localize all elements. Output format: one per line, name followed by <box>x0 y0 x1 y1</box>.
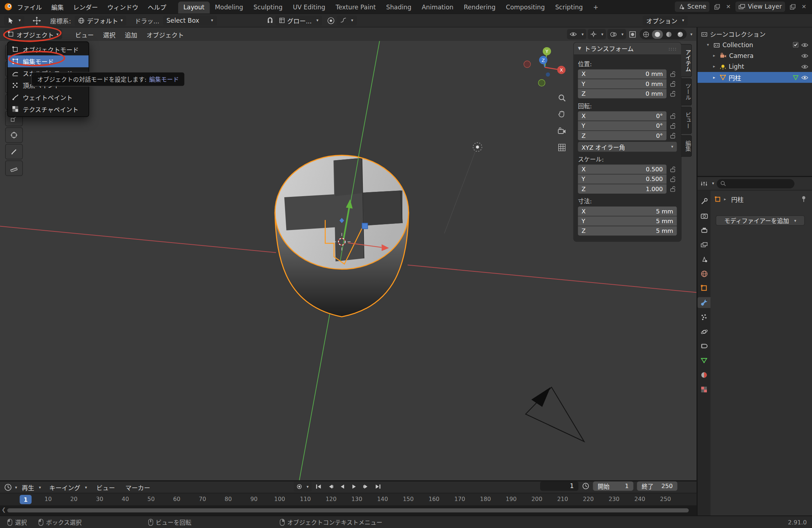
menu-item-edit-mode[interactable]: 編集モード <box>8 55 89 67</box>
keying-menu[interactable]: キーイング▾ <box>46 482 91 492</box>
tab-modifiers[interactable] <box>698 297 710 308</box>
sidebar-tab-tool[interactable]: ツール <box>681 78 692 105</box>
overlays-dropdown[interactable]: ▾ <box>608 29 626 40</box>
tab-tool[interactable] <box>698 196 710 207</box>
panel-grip-icon[interactable]: :::: <box>668 46 677 51</box>
scale-z-field[interactable]: Z1.000 <box>578 184 667 194</box>
move-tool-icon[interactable] <box>33 16 41 24</box>
expand-arrow-icon[interactable]: ▸ <box>713 53 717 58</box>
timeline-horizontal-scrollbar[interactable] <box>7 508 689 513</box>
menu-file[interactable]: ファイル <box>13 0 47 13</box>
rotation-z-field[interactable]: Z0° <box>578 131 667 140</box>
tab-physics[interactable] <box>698 326 710 337</box>
tab-render[interactable] <box>698 210 710 221</box>
blender-logo-icon[interactable] <box>4 3 13 11</box>
sidebar-tab-edit[interactable]: 編集 <box>681 135 692 157</box>
tab-world[interactable] <box>698 268 710 279</box>
workspace-tab-modeling[interactable]: Modeling <box>210 1 248 13</box>
workspace-tab-scripting[interactable]: Scripting <box>550 1 588 13</box>
properties-editor-chevron[interactable]: ▾ <box>712 181 714 186</box>
scroll-left-arrow[interactable]: ❮ <box>1 507 6 513</box>
properties-search-input[interactable] <box>717 179 794 188</box>
workspace-add-button[interactable]: + <box>588 1 604 13</box>
play-reverse-button[interactable] <box>337 482 348 491</box>
menu-item-object-mode[interactable]: オブジェクトモード <box>8 44 89 55</box>
tab-scene[interactable] <box>698 254 710 265</box>
eye-icon[interactable] <box>801 53 808 58</box>
add-modifier-button[interactable]: モディファイアーを追加 ▾ <box>716 215 804 226</box>
pan-view-icon[interactable] <box>556 108 568 121</box>
transform-panel-header[interactable]: ▼ トランスフォーム :::: <box>574 42 681 54</box>
pin-icon[interactable] <box>801 196 806 202</box>
workspace-tab-rendering[interactable]: Rendering <box>459 1 501 13</box>
workspace-tab-layout[interactable]: Layout <box>178 1 209 13</box>
orientation-dropdown[interactable]: デフォルト ▾ <box>75 15 126 26</box>
eye-icon[interactable] <box>801 64 808 69</box>
menu-viewport-select[interactable]: 選択 <box>98 27 120 41</box>
shading-material-button[interactable] <box>663 30 674 39</box>
shading-solid-button[interactable] <box>652 30 663 39</box>
lock-icon[interactable] <box>668 186 677 192</box>
dimensions-z-field[interactable]: Z5 mm <box>578 226 677 235</box>
workspace-tab-animation[interactable]: Animation <box>416 1 459 13</box>
dimensions-y-field[interactable]: Y5 mm <box>578 216 677 226</box>
rotation-x-field[interactable]: X0° <box>578 111 667 121</box>
menu-viewport-object[interactable]: オブジェクト <box>142 27 189 41</box>
menu-render[interactable]: レンダー <box>68 0 103 13</box>
menu-help[interactable]: ヘルプ <box>143 0 171 13</box>
tab-output[interactable] <box>698 225 710 235</box>
tab-view-layer[interactable] <box>698 239 710 250</box>
camera-view-icon[interactable] <box>556 125 568 137</box>
navigation-gizmo[interactable]: Y Z X <box>519 45 571 95</box>
tab-object[interactable] <box>698 283 710 293</box>
menu-window[interactable]: ウィンドウ <box>103 0 143 13</box>
shading-wireframe-button[interactable] <box>641 30 651 39</box>
menu-viewport-add[interactable]: 追加 <box>120 27 142 41</box>
measure-tool-button[interactable] <box>5 161 23 176</box>
mode-dropdown[interactable]: オブジェクト... ▾ <box>4 29 62 40</box>
lock-icon[interactable] <box>668 71 677 77</box>
snap-magnet-icon[interactable] <box>266 17 273 24</box>
lock-icon[interactable] <box>668 123 677 129</box>
start-frame-field[interactable]: 開始1 <box>593 482 633 491</box>
transform-tool-button[interactable] <box>5 127 23 143</box>
lock-icon[interactable] <box>668 132 677 139</box>
timeline-ruler[interactable]: 1 10203040506070809010011012013014015016… <box>0 493 696 505</box>
end-frame-field[interactable]: 終了250 <box>637 482 677 491</box>
cylinder-row[interactable]: ▸ 円柱 <box>698 72 812 83</box>
workspace-tab-shading[interactable]: Shading <box>381 1 416 13</box>
camera-row[interactable]: ▸ Camera <box>698 50 812 61</box>
timeline-view-menu[interactable]: ビュー <box>92 482 120 493</box>
current-frame-field[interactable]: 1 <box>540 482 578 491</box>
shading-options-chevron[interactable]: ▾ <box>690 32 693 36</box>
scene-new-icon[interactable] <box>713 4 721 10</box>
options-dropdown[interactable]: オプション ▾ <box>643 15 688 26</box>
shading-rendered-button[interactable] <box>675 30 686 39</box>
scale-y-field[interactable]: Y0.500 <box>578 175 667 184</box>
lock-icon[interactable] <box>668 166 677 172</box>
sidebar-tab-view[interactable]: ビュー <box>681 107 692 134</box>
lock-icon[interactable] <box>668 176 677 182</box>
eye-icon[interactable] <box>801 42 808 47</box>
workspace-tab-compositing[interactable]: Compositing <box>501 1 550 13</box>
menu-viewport-view[interactable]: ビュー <box>71 27 99 41</box>
toggle-perspective-icon[interactable] <box>556 141 568 154</box>
timeline-editor-chevron[interactable]: ▾ <box>15 485 17 489</box>
clock-icon[interactable] <box>582 482 589 489</box>
jump-to-start-button[interactable] <box>313 482 324 491</box>
prev-keyframe-button[interactable] <box>325 482 336 491</box>
workspace-tab-sculpting[interactable]: Sculpting <box>248 1 288 13</box>
expand-arrow-icon[interactable]: ▾ <box>707 42 711 47</box>
playback-menu[interactable]: 再生▾ <box>18 482 44 492</box>
menu-item-texture-paint[interactable]: テクスチャペイント <box>8 103 89 115</box>
scene-collection-row[interactable]: シーンコレクション <box>698 28 812 39</box>
scale-x-field[interactable]: X0.500 <box>578 164 667 174</box>
rotation-mode-dropdown[interactable]: XYZ オイラー角▾ <box>578 142 677 152</box>
expand-arrow-icon[interactable]: ▸ <box>713 64 717 69</box>
rotation-y-field[interactable]: Y0° <box>578 121 667 131</box>
menu-item-weight-paint[interactable]: ウェイトペイント <box>8 91 89 103</box>
sidebar-tab-item[interactable]: アイテム <box>681 44 692 77</box>
eye-icon[interactable] <box>801 75 808 80</box>
proportional-edit-icon[interactable] <box>327 17 334 24</box>
properties-editor-icon[interactable] <box>701 180 708 186</box>
